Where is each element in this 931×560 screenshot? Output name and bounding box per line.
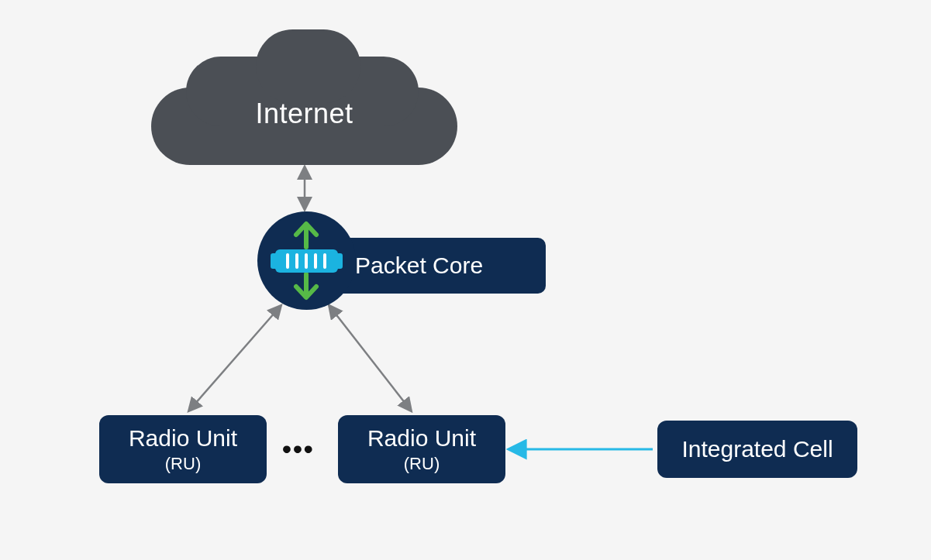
svg-rect-3	[271, 253, 278, 269]
ru2-line2: (RU)	[338, 454, 505, 473]
connector-core-ru1	[189, 306, 281, 411]
ru2-line1: Radio Unit	[338, 425, 505, 452]
integrated-cell: Integrated Cell	[657, 421, 857, 478]
connector-core-ru2	[329, 306, 411, 411]
diagram-canvas: Internet Packet Core	[0, 0, 931, 560]
router-icon	[257, 211, 356, 310]
ru1-line1: Radio Unit	[99, 425, 267, 452]
radio-unit-1: Radio Unit (RU)	[99, 415, 267, 483]
integrated-cell-label: Integrated Cell	[657, 436, 857, 463]
internet-cloud: Internet	[151, 29, 457, 165]
packet-core-node	[257, 211, 356, 310]
radio-unit-2: Radio Unit (RU)	[338, 415, 505, 483]
ru1-line2: (RU)	[99, 454, 267, 473]
svg-rect-4	[335, 253, 343, 269]
ellipsis: •••	[282, 434, 315, 464]
packet-core-label: Packet Core	[355, 253, 483, 278]
